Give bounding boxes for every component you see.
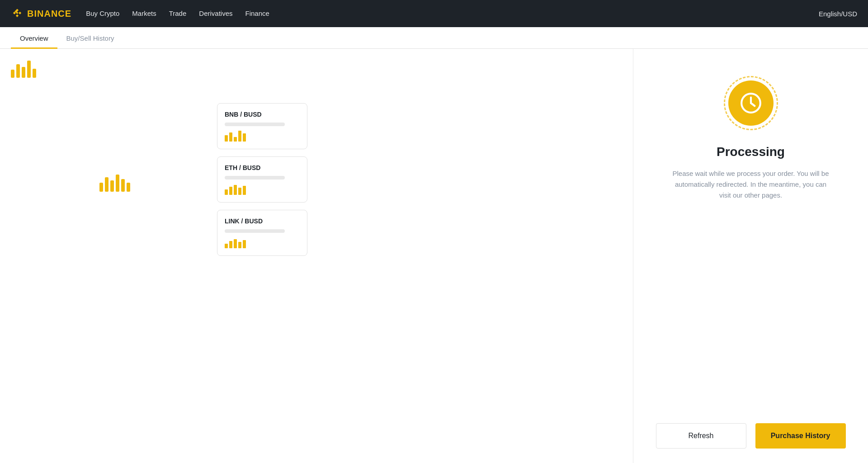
bar-3 — [22, 67, 25, 78]
bnb-bar-2 — [229, 132, 232, 142]
bar-2 — [16, 64, 20, 78]
processing-title: Processing — [717, 145, 785, 159]
purchase-history-button[interactable]: Purchase History — [755, 423, 846, 449]
brand-name: BINANCE — [27, 9, 71, 19]
eth-busd-card[interactable]: ETH / BUSD — [217, 156, 307, 203]
processing-icon — [724, 76, 778, 130]
eth-busd-label: ETH / BUSD — [225, 164, 300, 171]
eth-skeleton-1 — [225, 176, 285, 180]
coin-cards-area: BNB / BUSD ETH / BUSD — [217, 103, 307, 263]
clock-inner — [728, 80, 774, 126]
action-buttons: Refresh Purchase History — [651, 423, 850, 449]
link-bar-2 — [229, 241, 232, 248]
mid-loading-bars — [99, 175, 130, 192]
svg-line-2 — [751, 103, 755, 106]
bnb-bar-5 — [243, 133, 246, 142]
processing-description: Please wait while we process your order.… — [670, 168, 832, 201]
bnb-busd-card[interactable]: BNB / BUSD — [217, 103, 307, 149]
top-bar-chart-icon — [11, 60, 622, 78]
lb-3 — [110, 180, 114, 192]
bnb-bar-4 — [238, 131, 241, 142]
bar-1 — [11, 70, 14, 78]
bnb-bar-1 — [225, 135, 228, 142]
clock-icon — [740, 92, 762, 114]
eth-bar-1 — [225, 189, 228, 195]
bar-5 — [33, 69, 36, 78]
navbar: BINANCE Buy Crypto Markets Trade Derivat… — [0, 0, 868, 27]
bnb-mini-chart — [225, 129, 300, 142]
right-panel: Processing Please wait while we process … — [633, 49, 868, 463]
binance-logo-icon — [11, 7, 24, 20]
bar-4 — [27, 61, 31, 78]
nav-derivatives[interactable]: Derivatives — [199, 9, 232, 17]
eth-mini-chart — [225, 182, 300, 195]
logo[interactable]: BINANCE — [11, 7, 71, 20]
refresh-button[interactable]: Refresh — [656, 423, 746, 449]
link-bar-5 — [243, 240, 246, 248]
nav-trade[interactable]: Trade — [169, 9, 187, 17]
bnb-skeleton-1 — [225, 123, 285, 126]
left-panel: BNB / BUSD ETH / BUSD — [0, 49, 633, 463]
eth-bar-4 — [238, 188, 241, 195]
locale-selector[interactable]: English/USD — [819, 10, 857, 18]
link-busd-card[interactable]: LINK / BUSD — [217, 210, 307, 256]
nav-markets[interactable]: Markets — [132, 9, 156, 17]
link-skeleton-1 — [225, 229, 285, 233]
tab-overview[interactable]: Overview — [11, 27, 57, 49]
link-bar-1 — [225, 244, 228, 248]
nav-links: Buy Crypto Markets Trade Derivatives Fin… — [86, 9, 269, 18]
link-bar-3 — [234, 239, 237, 248]
eth-bar-2 — [229, 187, 232, 195]
nav-finance[interactable]: Finance — [245, 9, 269, 17]
lb-6 — [127, 183, 130, 192]
lb-2 — [105, 177, 108, 192]
tabs-bar: Overview Buy/Sell History — [0, 27, 868, 49]
bnb-bar-3 — [234, 137, 237, 142]
eth-bar-5 — [243, 186, 246, 195]
link-busd-label: LINK / BUSD — [225, 217, 300, 225]
lb-4 — [116, 175, 119, 192]
eth-bar-3 — [234, 185, 237, 195]
main-content: BNB / BUSD ETH / BUSD — [0, 49, 868, 463]
bnb-busd-label: BNB / BUSD — [225, 111, 300, 118]
nav-buy-crypto[interactable]: Buy Crypto — [86, 9, 119, 17]
tab-buy-sell-history[interactable]: Buy/Sell History — [57, 27, 123, 49]
link-mini-chart — [225, 236, 300, 248]
link-bar-4 — [238, 242, 241, 248]
lb-1 — [99, 183, 103, 192]
lb-5 — [121, 179, 125, 192]
